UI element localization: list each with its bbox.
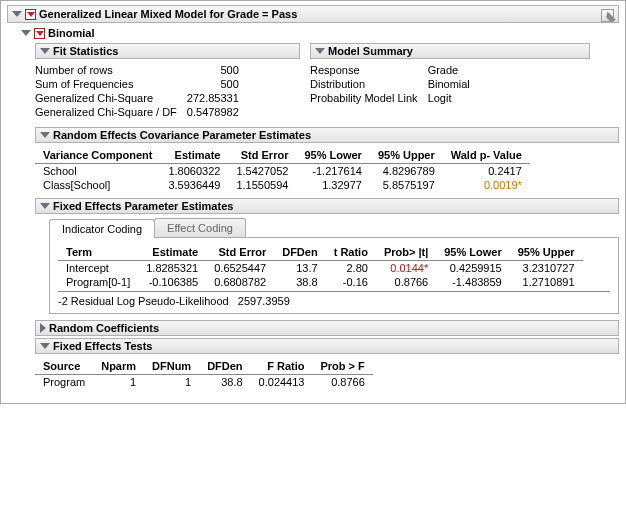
table-row: Generalized Chi-Square / DF0.5478982 — [35, 105, 249, 119]
table-row: Number of rows500 — [35, 63, 249, 77]
table-row: Probability Model LinkLogit — [310, 91, 480, 105]
table-row: ResponseGrade — [310, 63, 480, 77]
fixed-tests-header[interactable]: Fixed Effects Tests — [35, 338, 619, 354]
tab-indicator-coding[interactable]: Indicator Coding — [49, 219, 155, 238]
pseudo-likelihood-row: -2 Residual Log Pseudo-Likelihood 2597.3… — [58, 291, 610, 307]
table-row: DistributionBinomial — [310, 77, 480, 91]
random-coef-title: Random Coefficients — [49, 322, 159, 334]
binomial-title: Binomial — [48, 27, 94, 39]
coding-tabs: Indicator Coding Effect Coding — [49, 218, 619, 238]
report-header[interactable]: Generalized Linear Mixed Model for Grade… — [7, 5, 619, 23]
tab-effect-coding[interactable]: Effect Coding — [154, 218, 246, 237]
disclosure-open-icon[interactable] — [12, 11, 22, 17]
fixed-tests-title: Fixed Effects Tests — [53, 340, 152, 352]
table-row: Class[School] 3.5936449 1.1550594 1.3297… — [35, 178, 530, 192]
fixed-est-title: Fixed Effects Parameter Estimates — [53, 200, 233, 212]
random-cov-table: Variance Component Estimate Std Error 95… — [35, 147, 530, 192]
random-coef-header[interactable]: Random Coefficients — [35, 320, 619, 336]
report-panel: Generalized Linear Mixed Model for Grade… — [0, 0, 626, 404]
fixed-tests-table: Source Nparm DFNum DFDen F Ratio Prob > … — [35, 358, 373, 389]
fit-stats-header[interactable]: Fit Statistics — [35, 43, 300, 59]
table-row: Sum of Frequencies500 — [35, 77, 249, 91]
model-summary-title: Model Summary — [328, 45, 413, 57]
model-summary-header[interactable]: Model Summary — [310, 43, 590, 59]
disclosure-open-icon[interactable] — [40, 48, 50, 54]
fixed-est-tab-body: Term Estimate Std Error DFDen t Ratio Pr… — [49, 238, 619, 314]
table-row: School 1.8060322 1.5427052 -1.217614 4.8… — [35, 164, 530, 179]
table-row: Intercept 1.8285321 0.6525447 13.7 2.80 … — [58, 261, 583, 276]
disclosure-open-icon[interactable] — [315, 48, 325, 54]
fixed-est-header[interactable]: Fixed Effects Parameter Estimates — [35, 198, 619, 214]
fit-stats-table: Number of rows500 Sum of Frequencies500 … — [35, 63, 249, 119]
model-summary-table: ResponseGrade DistributionBinomial Proba… — [310, 63, 480, 105]
disclosure-closed-icon[interactable] — [40, 323, 46, 333]
random-cov-title: Random Effects Covariance Parameter Esti… — [53, 129, 311, 141]
hotspot-icon[interactable] — [34, 28, 45, 39]
table-row: Program 1 1 38.8 0.024413 0.8766 — [35, 375, 373, 390]
popout-icon[interactable] — [601, 9, 614, 22]
table-row: Generalized Chi-Square272.85331 — [35, 91, 249, 105]
disclosure-open-icon[interactable] — [40, 203, 50, 209]
fit-stats-title: Fit Statistics — [53, 45, 118, 57]
table-row: Program[0-1] -0.106385 0.6808782 38.8 -0… — [58, 275, 583, 289]
report-title: Generalized Linear Mixed Model for Grade… — [39, 8, 297, 20]
disclosure-open-icon[interactable] — [40, 132, 50, 138]
disclosure-open-icon[interactable] — [21, 30, 31, 36]
disclosure-open-icon[interactable] — [40, 343, 50, 349]
fixed-est-table: Term Estimate Std Error DFDen t Ratio Pr… — [58, 244, 583, 289]
binomial-header[interactable]: Binomial — [21, 27, 619, 39]
hotspot-icon[interactable] — [25, 9, 36, 20]
random-cov-header[interactable]: Random Effects Covariance Parameter Esti… — [35, 127, 619, 143]
